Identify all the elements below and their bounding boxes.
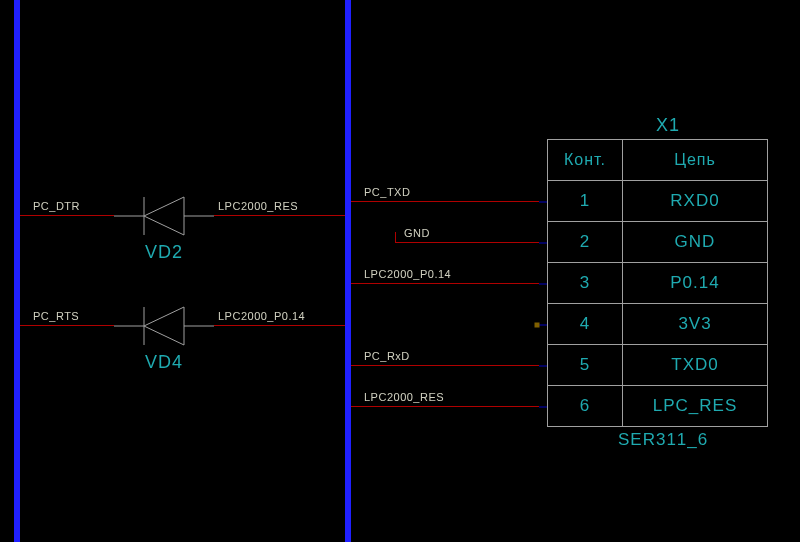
wire-pin1 [351,201,539,202]
net-label: LPC2000_RES [218,200,298,212]
pin-net: LPC_RES [623,386,768,427]
connector-type: SER311_6 [618,430,708,450]
pin-net: P0.14 [623,263,768,304]
net-label: PC_RTS [33,310,79,322]
connector-row: 6LPC_RES [548,386,768,427]
pin-stub [539,406,547,408]
pin-stub [539,324,547,326]
svg-marker-2 [144,197,184,235]
net-label: PC_RxD [364,350,410,362]
pin-endpoint [535,323,540,328]
pin-num: 3 [548,263,623,304]
pin-net: 3V3 [623,304,768,345]
pin-net: TXD0 [623,345,768,386]
bus-bar-mid [345,0,351,542]
pin-num: 2 [548,222,623,263]
wire-vd2-right [214,215,345,216]
pin-num: 5 [548,345,623,386]
wire-pin3 [351,283,539,284]
pin-num: 4 [548,304,623,345]
connector-row: 2GND [548,222,768,263]
pin-num: 1 [548,181,623,222]
net-label: PC_TXD [364,186,410,198]
pin-stub [539,365,547,367]
connector-row: 1RXD0 [548,181,768,222]
net-label: GND [404,227,430,239]
svg-marker-6 [144,307,184,345]
wire-pin6 [351,406,539,407]
net-label: LPC2000_RES [364,391,444,403]
refdes-vd2: VD2 [145,242,183,263]
wire-vd2-left [20,215,114,216]
connector-table: Конт. Цепь 1RXD0 2GND 3P0.14 43V3 5TXD0 … [547,139,768,427]
net-label: LPC2000_P0.14 [364,268,451,280]
connector-header-pin: Конт. [548,140,623,181]
diode-symbol-vd2 [114,193,214,239]
wire-vd4-left [20,325,114,326]
pin-num: 6 [548,386,623,427]
connector-designator: X1 [656,115,680,136]
wire-vd4-right [214,325,345,326]
pin-stub [539,283,547,285]
pin-stub [539,201,547,203]
pin-stub [539,242,547,244]
net-label: PC_DTR [33,200,80,212]
pin-net: GND [623,222,768,263]
pin-net: RXD0 [623,181,768,222]
bus-bar-left [14,0,20,542]
diode-symbol-vd4 [114,303,214,349]
net-label: LPC2000_P0.14 [218,310,305,322]
wire-pin5 [351,365,539,366]
connector-row: 3P0.14 [548,263,768,304]
wire-pin2 [395,242,539,243]
connector-header-net: Цепь [623,140,768,181]
refdes-vd4: VD4 [145,352,183,373]
connector-row: 43V3 [548,304,768,345]
wire-pin2-v [395,232,396,243]
connector-row: 5TXD0 [548,345,768,386]
